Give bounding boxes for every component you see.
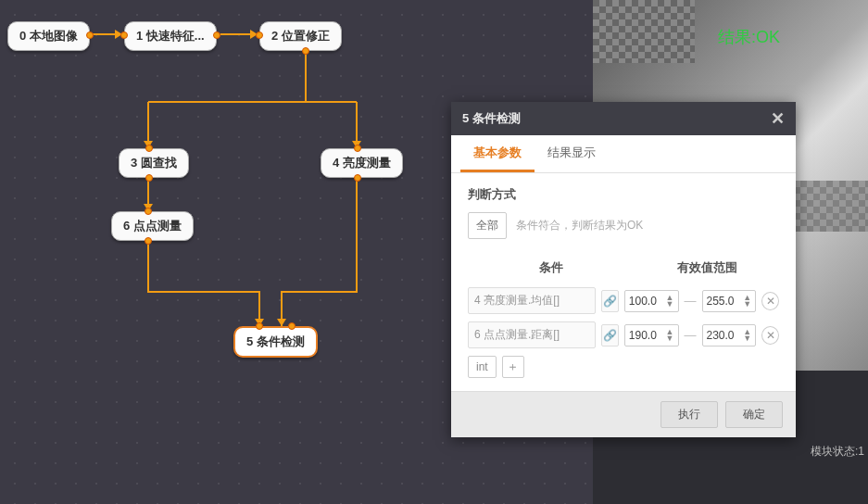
dialog-title: 5 条件检测 xyxy=(462,110,521,127)
execute-button[interactable]: 执行 xyxy=(660,401,718,428)
dialog-tabs: 基本参数 结果显示 xyxy=(451,135,796,173)
port-in[interactable] xyxy=(288,322,296,330)
condition-name[interactable]: 6 点点测量.距离[] xyxy=(468,321,596,348)
spinner-icon[interactable]: ▲▼ xyxy=(666,329,674,342)
max-input[interactable]: 230.0 ▲▼ xyxy=(702,324,757,346)
spinner-icon[interactable]: ▲▼ xyxy=(666,295,674,308)
node-label: 6 点点测量 xyxy=(123,219,182,233)
judge-mode-select[interactable]: 全部 xyxy=(468,212,507,239)
port-in[interactable] xyxy=(145,208,152,215)
node-label: 0 本地图像 xyxy=(19,29,78,43)
delete-row-button[interactable]: ✕ xyxy=(761,292,779,310)
tab-basic[interactable]: 基本参数 xyxy=(460,135,535,172)
add-row-button[interactable]: ＋ xyxy=(502,356,524,378)
node-label: 3 圆查找 xyxy=(131,156,177,170)
condition-row: 4 亮度测量.均值[] 🔗 100.0 ▲▼ — 255.0 ▲▼ ✕ xyxy=(468,287,779,314)
dialog-footer: 执行 确定 xyxy=(451,391,796,437)
judge-label: 判断方式 xyxy=(468,186,779,203)
spinner-icon[interactable]: ▲▼ xyxy=(743,295,751,308)
close-icon[interactable]: ✕ xyxy=(771,110,785,127)
type-select[interactable]: int xyxy=(468,356,497,378)
col-condition: 条件 xyxy=(468,259,635,276)
node-label: 2 位置修正 xyxy=(271,29,330,43)
dialog-titlebar[interactable]: 5 条件检测 ✕ xyxy=(451,102,796,135)
port-out[interactable] xyxy=(86,32,94,39)
port-in[interactable] xyxy=(256,32,263,39)
node-circle-find[interactable]: 3 圆查找 xyxy=(119,148,189,178)
node-label: 4 亮度测量 xyxy=(333,156,391,170)
condition-name[interactable]: 4 亮度测量.均值[] xyxy=(468,287,596,314)
dialog-body: 判断方式 全部 条件符合，判断结果为OK 条件 有效值范围 4 亮度测量.均值[… xyxy=(451,173,796,391)
node-local-image[interactable]: 0 本地图像 xyxy=(7,21,90,51)
port-in[interactable] xyxy=(120,32,128,39)
port-in[interactable] xyxy=(354,145,361,152)
port-out[interactable] xyxy=(302,47,309,55)
conditions-header: 条件 有效值范围 xyxy=(468,259,779,276)
range-dash: — xyxy=(685,328,697,342)
col-range: 有效值范围 xyxy=(635,259,779,276)
port-in[interactable] xyxy=(256,322,263,330)
node-fast-feature[interactable]: 1 快速特征... xyxy=(124,21,217,51)
node-position-fix[interactable]: 2 位置修正 xyxy=(259,21,342,51)
port-out[interactable] xyxy=(145,237,152,245)
port-out[interactable] xyxy=(354,174,361,182)
port-in[interactable] xyxy=(145,145,153,152)
min-input[interactable]: 100.0 ▲▼ xyxy=(624,290,679,312)
node-brightness[interactable]: 4 亮度测量 xyxy=(321,148,403,178)
spinner-icon[interactable]: ▲▼ xyxy=(743,329,751,342)
node-condition-detect[interactable]: 5 条件检测 xyxy=(233,326,318,358)
judge-mode-value: 全部 xyxy=(476,218,498,233)
link-icon[interactable]: 🔗 xyxy=(601,290,619,312)
module-status: 模块状态:1 xyxy=(811,444,864,460)
condition-dialog: 5 条件检测 ✕ 基本参数 结果显示 判断方式 全部 条件符合，判断结果为OK … xyxy=(451,102,796,437)
port-out[interactable] xyxy=(213,32,220,39)
tab-result[interactable]: 结果显示 xyxy=(535,135,609,172)
link-icon[interactable]: 🔗 xyxy=(601,324,619,346)
port-out[interactable] xyxy=(145,174,153,182)
delete-row-button[interactable]: ✕ xyxy=(761,326,779,345)
max-input[interactable]: 255.0 ▲▼ xyxy=(702,290,757,312)
node-label: 5 条件检测 xyxy=(246,334,305,348)
judge-hint: 条件符合，判断结果为OK xyxy=(516,218,643,233)
result-text: 结果:OK xyxy=(718,26,780,48)
min-input[interactable]: 190.0 ▲▼ xyxy=(624,324,679,346)
node-point-point[interactable]: 6 点点测量 xyxy=(111,211,194,241)
ok-button[interactable]: 确定 xyxy=(725,401,783,428)
condition-row: 6 点点测量.距离[] 🔗 190.0 ▲▼ — 230.0 ▲▼ ✕ xyxy=(468,321,779,348)
range-dash: — xyxy=(685,294,697,308)
preview-checker xyxy=(593,0,695,63)
node-label: 1 快速特征... xyxy=(136,29,205,43)
